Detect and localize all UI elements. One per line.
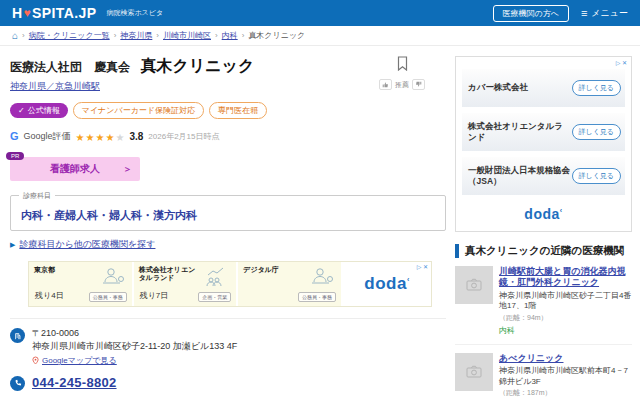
clinic-title-row: 医療法人社団 慶真会 真木クリニック 神奈川県／京急川崎駅 推薦 bbox=[10, 56, 446, 93]
ad-category-button[interactable]: 公務員・事務 bbox=[89, 292, 127, 302]
nearby-clinic-item: あべクリニック 神奈川県川崎市川崎区駅前本町4－7 錦井ビル3F （距離：187… bbox=[455, 345, 632, 400]
phone-number[interactable]: 044-245-8802 bbox=[32, 375, 117, 391]
thumbs-up-icon[interactable] bbox=[379, 79, 392, 90]
nurse-job-banner[interactable]: PR 看護師求人 ＞ bbox=[10, 157, 140, 181]
advertiser-name: 一般財団法人日本規格協会（JSA） bbox=[468, 165, 571, 187]
check-icon: ✓ bbox=[18, 106, 25, 115]
region-links: 神奈川県／京急川崎駅 bbox=[10, 80, 376, 93]
ad-category-button[interactable]: 公務員・事務 bbox=[298, 292, 336, 302]
site-logo[interactable]: H ♥ SPITA.JP bbox=[12, 5, 96, 21]
departments-label: 診療科目 bbox=[19, 191, 55, 201]
vote-label: 推薦 bbox=[395, 80, 409, 90]
person-illustration-icon bbox=[309, 266, 335, 292]
ad-panel-1[interactable]: 東京都 残り4日 公務員・事務 bbox=[29, 262, 134, 306]
thumbs-down-icon[interactable] bbox=[412, 79, 425, 90]
chart-illustration-icon bbox=[204, 266, 230, 292]
departments-search-link[interactable]: 診療科目から他の医療機関を探す bbox=[19, 238, 155, 251]
ad-panel-3[interactable]: デジタル庁 公務員・事務 bbox=[238, 262, 343, 306]
save-vote-box: 推薦 bbox=[376, 56, 428, 90]
main-column: 医療法人社団 慶真会 真木クリニック 神奈川県／京急川崎駅 推薦 bbox=[10, 56, 446, 400]
nearby-clinic-distance: （距離：94m） bbox=[499, 313, 632, 323]
stars-filled-icon: ★★★★ bbox=[76, 132, 116, 143]
clinic-name: 真木クリニック bbox=[140, 57, 254, 74]
breadcrumb-sep: › bbox=[242, 31, 245, 40]
nurse-job-label: 看護師求人 bbox=[50, 162, 100, 176]
menu-label: メニュー bbox=[591, 7, 628, 20]
official-badge: ✓ 公式情報 bbox=[10, 103, 68, 118]
phone-row: 044-245-8802 bbox=[10, 375, 446, 391]
ad-panel-title: デジタル庁 bbox=[243, 266, 305, 274]
breadcrumb-link-pref[interactable]: 神奈川県 bbox=[120, 30, 152, 41]
specialist-badge: 専門医在籍 bbox=[209, 102, 267, 119]
star-rating: ★★★★★ bbox=[76, 127, 125, 145]
triangle-right-icon: ▶ bbox=[10, 241, 15, 249]
app-header: H ♥ SPITA.JP 病院検索ホスピタ 医療機関の方へ ≡ メニュー bbox=[0, 0, 640, 26]
doda-logo-footer[interactable]: doda‹ bbox=[462, 201, 625, 225]
sidebar-ad: ▷ ✕ カバー株式会社 詳しく見る 株式会社オリエンタルランド 詳しく見る 一般… bbox=[455, 56, 632, 232]
address-text: 〒210-0006 神奈川県川崎市川崎区砂子2-11-20 加瀬ビル133 4F… bbox=[32, 327, 237, 367]
pr-badge: PR bbox=[6, 152, 24, 160]
person-illustration-icon bbox=[100, 266, 126, 292]
hamburger-icon: ≡ bbox=[581, 7, 587, 19]
breadcrumb-sep: › bbox=[114, 31, 117, 40]
advertiser-name: カバー株式会社 bbox=[468, 82, 528, 93]
sidebar-ad-row[interactable]: カバー株式会社 詳しく見る bbox=[462, 69, 625, 107]
logo-text-left: H bbox=[12, 5, 23, 21]
section-divider bbox=[10, 318, 446, 319]
building-icon bbox=[10, 328, 25, 343]
ad-category-button[interactable]: 企画・営業 bbox=[198, 292, 231, 302]
breadcrumb-sep: › bbox=[156, 31, 159, 40]
provider-button[interactable]: 医療機関の方へ bbox=[493, 5, 569, 22]
breadcrumb-link-list[interactable]: 病院・クリニック一覧 bbox=[29, 30, 110, 41]
ad-panel-2[interactable]: 株式会社オリエンタルランド 残り7日 企画・営業 bbox=[134, 262, 239, 306]
corporation-name: 医療法人社団 慶真会 bbox=[10, 60, 130, 74]
heart-icon: ♥ bbox=[24, 6, 32, 20]
nearby-clinic-address: 神奈川県川崎市川崎区砂子二丁目4番地17、1階 bbox=[499, 291, 632, 312]
nearby-clinic-distance: （距離：187m） bbox=[499, 388, 632, 398]
google-map-link[interactable]: Googleマップで見る bbox=[42, 355, 117, 367]
chevron-right-icon: ＞ bbox=[123, 163, 132, 176]
breadcrumb-sep: › bbox=[22, 31, 25, 40]
breadcrumb-link-city[interactable]: 川崎市川崎区 bbox=[163, 30, 211, 41]
menu-button[interactable]: ≡ メニュー bbox=[581, 7, 628, 20]
nearby-clinic-departments: 内科 bbox=[499, 325, 632, 336]
page: H ♥ SPITA.JP 病院検索ホスピタ 医療機関の方へ ≡ メニュー ⌂ ›… bbox=[0, 0, 640, 400]
badge-row: ✓ 公式情報 マイナンバーカード保険証対応 専門医在籍 bbox=[10, 102, 446, 119]
vote-row: 推薦 bbox=[376, 79, 428, 90]
banner-ad[interactable]: ▷ ✕ 東京都 残り4日 公務員・事務 株式会社オリエンタルランド bbox=[28, 261, 432, 307]
departments-box: 診療科目 内科・産婦人科・婦人科・漢方内科 bbox=[10, 195, 446, 231]
nearby-section-title: 真木クリニックの近隣の医療機関 bbox=[455, 244, 632, 258]
nearby-clinic-item: 川崎駅前大腸と胃の消化器内視鏡・肛門外科クリニック 神奈川県川崎市川崎区砂子二丁… bbox=[455, 258, 632, 345]
map-link-row: Googleマップで見る bbox=[32, 355, 237, 367]
nearby-clinic-link[interactable]: 川崎駅前大腸と胃の消化器内視鏡・肛門外科クリニック bbox=[499, 266, 632, 289]
header-actions: 医療機関の方へ ≡ メニュー bbox=[493, 5, 628, 22]
adchoices-icon[interactable]: ▷ ✕ bbox=[417, 263, 428, 270]
map-pin-icon bbox=[32, 356, 39, 365]
google-rating-label: Google評価 bbox=[24, 130, 71, 143]
nearby-clinic-address: 神奈川県川崎市川崎区駅前本町4－7 錦井ビル3F bbox=[499, 366, 632, 387]
ad-days-left: 残り7日 bbox=[140, 290, 169, 301]
sidebar-ad-row[interactable]: 株式会社オリエンタルランド 詳しく見る bbox=[462, 113, 625, 151]
phone-icon bbox=[10, 376, 25, 391]
ad-detail-button[interactable]: 詳しく見る bbox=[572, 80, 622, 96]
nearby-clinic-link[interactable]: あべクリニック bbox=[499, 353, 632, 365]
ad-panel-title: 株式会社オリエンタルランド bbox=[139, 266, 201, 283]
home-icon[interactable]: ⌂ bbox=[12, 30, 18, 41]
adchoices-icon[interactable]: ▷ ✕ bbox=[616, 59, 627, 66]
photo-placeholder bbox=[455, 353, 493, 391]
mynumber-badge: マイナンバーカード保険証対応 bbox=[73, 102, 204, 119]
doda-logo: doda‹ bbox=[364, 274, 409, 294]
bookmark-icon[interactable] bbox=[396, 56, 409, 71]
departments-value[interactable]: 内科・産婦人科・婦人科・漢方内科 bbox=[21, 209, 197, 221]
breadcrumb-sep: › bbox=[215, 31, 218, 40]
region-link[interactable]: 神奈川県／京急川崎駅 bbox=[10, 81, 100, 91]
photo-placeholder bbox=[455, 266, 493, 304]
nearby-clinic-info: あべクリニック 神奈川県川崎市川崎区駅前本町4－7 錦井ビル3F （距離：187… bbox=[499, 353, 632, 400]
ad-detail-button[interactable]: 詳しく見る bbox=[572, 124, 622, 140]
breadcrumb-link-dept[interactable]: 内科 bbox=[222, 30, 238, 41]
logo-text-right: SPITA.JP bbox=[32, 5, 96, 21]
nearby-clinic-info: 川崎駅前大腸と胃の消化器内視鏡・肛門外科クリニック 神奈川県川崎市川崎区砂子二丁… bbox=[499, 266, 632, 336]
ad-detail-button[interactable]: 詳しく見る bbox=[572, 168, 622, 184]
sidebar-ad-row[interactable]: 一般財団法人日本規格協会（JSA） 詳しく見る bbox=[462, 157, 625, 195]
official-badge-label: 公式情報 bbox=[28, 105, 60, 116]
